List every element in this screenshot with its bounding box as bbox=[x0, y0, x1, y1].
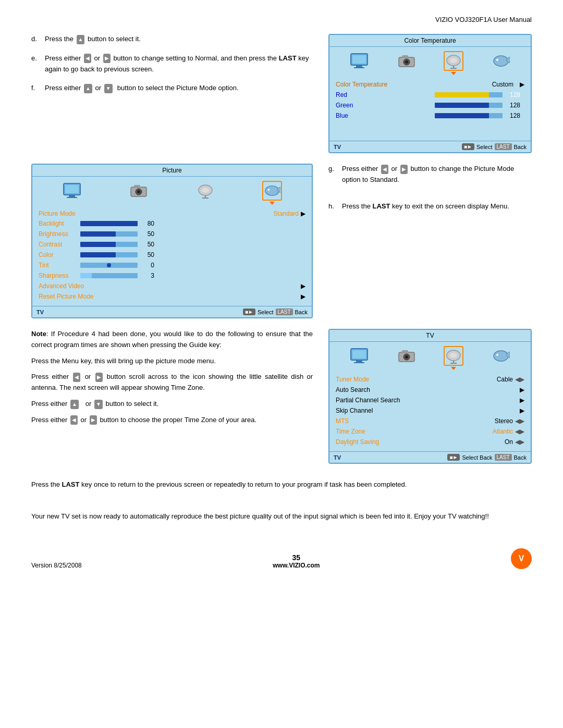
tv-screenshot: TV bbox=[328, 329, 532, 464]
pic-icon-dish bbox=[195, 181, 215, 205]
pic-row-advvideo: Advanced Video ▶ bbox=[39, 281, 305, 291]
svg-point-22 bbox=[137, 190, 140, 193]
footer-controls: ■► Select LAST Back bbox=[462, 143, 527, 150]
blue-bar bbox=[435, 113, 489, 118]
monitor-svg bbox=[350, 53, 369, 69]
color-temp-title: Color Temperature bbox=[329, 35, 531, 47]
main-content: d. Press the ▲ button to select it. e. P… bbox=[31, 34, 532, 569]
instruction-h: h. Press the LAST key to exit the on scr… bbox=[328, 201, 532, 212]
left-btn-g: ◀ bbox=[381, 165, 388, 174]
row-1: d. Press the ▲ button to select it. e. P… bbox=[31, 34, 532, 153]
enjoy-text: Your new TV set is now ready to automati… bbox=[31, 511, 532, 522]
svg-rect-1 bbox=[356, 65, 362, 67]
tv-row-mts: MTS Stereo ◀▶ bbox=[336, 416, 524, 426]
pic-row-color: Color 50 bbox=[39, 250, 305, 260]
left-btn-e: ◀ bbox=[84, 54, 91, 63]
menu-row-blue: Blue 128 bbox=[336, 110, 524, 121]
picture-footer: TV ■► Select LAST Back bbox=[32, 306, 312, 317]
tv-icon-fish2 bbox=[491, 346, 511, 370]
tv-icon-dish2 bbox=[444, 346, 463, 370]
row-2: Picture bbox=[31, 164, 532, 318]
svg-rect-31 bbox=[356, 360, 362, 362]
tv-row-partial: Partial Channel Search ▶ bbox=[336, 395, 524, 405]
selected-arrow-pic bbox=[270, 202, 275, 205]
svg-point-27 bbox=[265, 186, 279, 196]
tv-icon-cam bbox=[397, 346, 417, 370]
tv-icon-m bbox=[349, 346, 369, 370]
tv-menu-footer: TV ■► Select Back LAST Back bbox=[329, 451, 531, 463]
color-temp-body: Color Temperature Custom ▶ Red 128 bbox=[329, 77, 531, 141]
page-number: 35 bbox=[273, 553, 320, 562]
footer-center: 35 www.VIZIO.com bbox=[273, 553, 320, 569]
svg-point-26 bbox=[202, 188, 209, 193]
tv-icon-dish bbox=[444, 51, 463, 75]
tv-menu-col: TV bbox=[328, 329, 532, 464]
picture-menu-col: Picture bbox=[31, 164, 313, 318]
menu-row-colortemp: Color Temperature Custom ▶ bbox=[336, 79, 524, 90]
picture-footer-tv: TV bbox=[36, 309, 44, 315]
pic-row-tint: Tint 0 bbox=[39, 260, 305, 270]
page: VIZIO VOJ320F1A User Manual d. Press the… bbox=[0, 0, 563, 590]
picture-icons bbox=[32, 177, 312, 207]
text-f: Press either ▲ or ▼ button to select the… bbox=[45, 83, 239, 94]
camera-svg bbox=[398, 53, 415, 69]
tv-footer-controls: ■► Select Back LAST Back bbox=[447, 454, 527, 461]
label-f: f. bbox=[31, 83, 41, 94]
color-temp-screenshot: Color Temperature bbox=[328, 34, 532, 153]
tv-row-skip: Skip Channel ▶ bbox=[336, 405, 524, 416]
instruction-f: f. Press either ▲ or ▼ button to select … bbox=[31, 83, 313, 94]
menu-row-red: Red 128 bbox=[336, 90, 524, 100]
left-btn-p2: ◀ bbox=[73, 373, 80, 382]
svg-point-14 bbox=[496, 59, 498, 61]
menu-row-green: Green 128 bbox=[336, 100, 524, 110]
page-header: VIZIO VOJ320F1A User Manual bbox=[31, 16, 532, 23]
pic-row-sharpness: Sharpness 3 bbox=[39, 270, 305, 281]
pic-icon-monitor bbox=[62, 181, 82, 205]
green-bar bbox=[435, 103, 489, 108]
note-paragraph: Note: If Procedure 4 had been done, you … bbox=[31, 329, 313, 351]
pic-row-brightness: Brightness 50 bbox=[39, 229, 305, 239]
svg-rect-3 bbox=[352, 55, 366, 64]
picture-title: Picture bbox=[32, 165, 312, 177]
last-ctrl: LAST bbox=[495, 143, 512, 150]
text-g: Press either ◀ or ▶ button to change the… bbox=[342, 164, 532, 186]
up-btn-p3: ▲ bbox=[70, 400, 79, 409]
pic-row-reset: Reset Picture Mode ▶ bbox=[39, 291, 305, 302]
svg-point-7 bbox=[405, 60, 408, 64]
para3: Press either ▲ or ▼ button to select it. bbox=[31, 399, 313, 410]
para1: Press the Menu key, this will bring up t… bbox=[31, 356, 313, 367]
instructions-gh: g. Press either ◀ or ▶ button to change … bbox=[328, 164, 532, 318]
svg-rect-20 bbox=[134, 185, 140, 188]
tv-sel-arrow bbox=[451, 367, 456, 370]
tv-row-autosearch: Auto Search ▶ bbox=[336, 385, 524, 395]
vizio-logo: V bbox=[511, 548, 532, 569]
pic-row-mode: Picture Mode Standard ▶ bbox=[39, 209, 305, 218]
label-g: g. bbox=[328, 164, 338, 186]
tv-row-daylight: Daylight Saving On ◀▶ bbox=[336, 437, 524, 447]
text-e: Press either ◀ or ▶ button to change set… bbox=[45, 53, 313, 75]
pic-icon-fish bbox=[262, 181, 282, 205]
fish-svg bbox=[492, 54, 510, 68]
right-btn-e: ▶ bbox=[103, 54, 111, 63]
picture-screenshot: Picture bbox=[31, 164, 313, 318]
svg-point-29 bbox=[268, 189, 270, 191]
footer-tv-label: TV bbox=[334, 144, 341, 150]
header-title: VIZIO VOJ320F1A User Manual bbox=[435, 16, 532, 23]
right-btn-p2: ▶ bbox=[95, 373, 103, 382]
picture-body: Picture Mode Standard ▶ Backlight 80 bbox=[32, 207, 312, 306]
last-note: Press the LAST key once to return to the… bbox=[31, 479, 532, 490]
note-section: Note: If Procedure 4 had been done, you … bbox=[31, 329, 532, 464]
up-btn-f: ▲ bbox=[84, 84, 92, 93]
color-temp-icons bbox=[329, 47, 531, 77]
pic-icon-camera bbox=[129, 181, 149, 205]
red-bar bbox=[435, 92, 489, 97]
instruction-g: g. Press either ◀ or ▶ button to change … bbox=[328, 164, 532, 186]
svg-rect-2 bbox=[354, 67, 364, 68]
label-e: e. bbox=[31, 53, 41, 75]
text-h: Press the LAST key to exit the on screen… bbox=[342, 201, 509, 212]
label-d: d. bbox=[31, 34, 41, 45]
right-btn-g: ▶ bbox=[400, 165, 408, 174]
selected-arrow bbox=[451, 72, 456, 75]
select-ctrl: ■► bbox=[462, 143, 474, 150]
instruction-e: e. Press either ◀ or ▶ button to change … bbox=[31, 53, 313, 75]
